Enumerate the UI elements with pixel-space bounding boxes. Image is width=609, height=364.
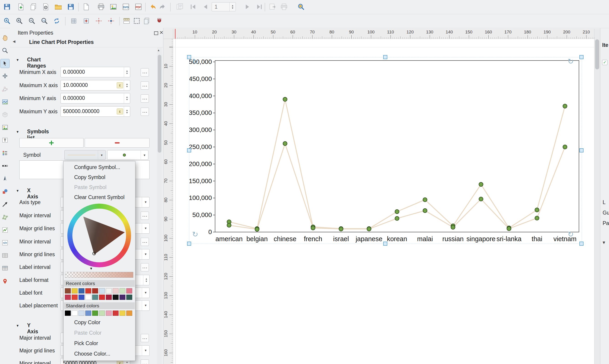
minimum-y-axis-spin-buttons[interactable]: ▴▾	[124, 93, 130, 103]
add-marker-tool[interactable]	[1, 277, 9, 286]
recent-color-swatch-7[interactable]	[106, 295, 112, 300]
add-picture-tool[interactable]	[1, 123, 9, 132]
standard-color-swatch-10[interactable]	[126, 311, 132, 316]
configure-symbol-menu-item[interactable]: Configure Symbol...	[64, 162, 135, 172]
pan-layout-tool[interactable]	[1, 33, 9, 42]
standard-color-swatch-1[interactable]	[65, 311, 71, 316]
standard-color-swatch-4[interactable]	[85, 311, 91, 316]
scroll-up-icon[interactable]: ▴	[158, 48, 159, 52]
symbol-marker-combo[interactable]: ▾	[107, 150, 148, 160]
label-format-spin-buttons[interactable]: ▴▾	[143, 275, 149, 285]
copy-symbol-menu-item[interactable]: Copy Symbol	[64, 172, 135, 182]
show-guides-button[interactable]	[94, 16, 104, 26]
save-project-button[interactable]	[2, 2, 12, 12]
maximum-x-axis-spin-buttons[interactable]: ▴▾	[124, 80, 130, 90]
add-label-tool[interactable]: T	[1, 136, 9, 144]
symbol-line-combo[interactable]: ▾	[64, 150, 106, 160]
standard-color-swatch-7[interactable]	[106, 311, 112, 316]
add-north-arrow-tool[interactable]	[1, 174, 9, 183]
select-move-item-tool[interactable]	[1, 59, 9, 68]
show-grid-button[interactable]	[69, 16, 79, 26]
duplicate-layout-button[interactable]	[28, 2, 39, 12]
minimum-x-axis-data-defined-button[interactable]: …	[141, 68, 149, 77]
back-icon[interactable]: ◀	[13, 39, 15, 43]
print-layout-button[interactable]	[96, 2, 106, 12]
recent-color-swatch-4[interactable]	[85, 288, 91, 293]
recent-color-swatch-5[interactable]	[92, 295, 98, 300]
recent-color-swatch-10[interactable]	[126, 295, 132, 300]
undo-button[interactable]	[148, 2, 158, 12]
standard-color-swatch-5[interactable]	[92, 311, 98, 316]
zoom-tool[interactable]	[1, 46, 9, 55]
recent-color-swatch-6[interactable]	[99, 295, 105, 300]
chart-layout-item[interactable]: 050,000100,000150,000200,000250,000300,0…	[189, 57, 582, 244]
maximum-x-axis-data-defined-button[interactable]: …	[141, 81, 149, 90]
standard-color-swatch-6[interactable]	[99, 311, 105, 316]
refresh-view-button[interactable]	[52, 16, 62, 26]
alpha-slider[interactable]	[65, 272, 133, 278]
layout-manager-button[interactable]	[41, 2, 51, 12]
canvas-vertical-scrollbar[interactable]	[594, 29, 600, 364]
minimum-x-axis-spin-buttons[interactable]: ▴▾	[124, 67, 130, 77]
layout-canvas[interactable]: 050,000100,000150,000200,000250,000300,0…	[173, 39, 594, 364]
minor-interval-data-defined-button[interactable]: …	[141, 359, 149, 364]
export-as-svg-button[interactable]: SVG	[121, 2, 131, 12]
page-setup-button[interactable]	[81, 2, 91, 12]
panel-scrollbar-thumb[interactable]	[158, 55, 161, 153]
maximum-y-axis-spin-buttons[interactable]: ▴▾	[124, 106, 130, 117]
selection-handle-top-right[interactable]	[579, 55, 583, 59]
choose-color-menu-item[interactable]: Choose Color...	[64, 349, 135, 359]
clear-current-symbol-menu-item[interactable]: Clear Current Symbol	[64, 192, 135, 202]
show-bounding-boxes-button[interactable]	[132, 16, 142, 26]
copy-color-menu-item[interactable]: Copy Color	[64, 317, 135, 327]
recent-color-swatch-7[interactable]	[106, 288, 112, 293]
standard-color-swatch-9[interactable]	[119, 311, 125, 316]
selection-handle-middle-right[interactable]	[579, 148, 583, 152]
maximum-y-axis-field[interactable]: 500000.000000ε▴▾	[61, 106, 130, 117]
add-node-item-tool[interactable]	[1, 213, 9, 221]
maximum-x-axis-field[interactable]: 10.000000ε▴▾	[61, 80, 130, 91]
selection-handle-top-center[interactable]	[383, 55, 387, 59]
snap-to-grid-button[interactable]	[81, 16, 91, 26]
minimum-y-axis-field[interactable]: 0.000000▴▾	[61, 93, 130, 104]
selection-handle-middle-left[interactable]	[187, 148, 191, 152]
selection-handle-top-left[interactable]	[187, 55, 191, 59]
float-panel-button[interactable]	[154, 31, 159, 36]
add-symbol-button[interactable]	[19, 138, 83, 148]
snap-to-guides-button[interactable]	[106, 16, 116, 26]
recent-color-swatch-1[interactable]	[65, 295, 71, 300]
major-interval-data-defined-button[interactable]: …	[141, 212, 149, 220]
minimum-y-axis-data-defined-button[interactable]: …	[141, 94, 149, 103]
open-layout-button[interactable]	[53, 2, 63, 12]
export-as-image-button[interactable]	[108, 2, 118, 12]
recent-color-swatch-10[interactable]	[126, 288, 132, 293]
selection-handle-bottom-center[interactable]	[383, 242, 387, 246]
label-interval-data-defined-button[interactable]: …	[141, 263, 149, 272]
save-layout-button[interactable]	[66, 2, 76, 12]
snap-to-items-button[interactable]	[154, 16, 164, 26]
minor-interval-data-defined-button[interactable]: …	[141, 238, 149, 246]
color-wheel[interactable]	[67, 204, 131, 267]
zoom-full-button[interactable]	[2, 16, 12, 26]
atlas-page-spinbox[interactable]: 1 ▴▾	[212, 2, 236, 11]
redo-button[interactable]	[157, 2, 167, 12]
recent-color-swatch-2[interactable]	[72, 295, 78, 300]
recent-color-swatch-9[interactable]	[119, 288, 125, 293]
recent-color-swatch-8[interactable]	[113, 288, 119, 293]
add-scalebar-tool[interactable]	[1, 162, 9, 170]
selection-handle-bottom-left[interactable]	[187, 242, 191, 246]
preview-atlas-button[interactable]	[296, 2, 306, 12]
recent-color-swatch-8[interactable]	[113, 295, 119, 300]
new-layout-button[interactable]	[16, 2, 26, 12]
item-visibility-checkbox[interactable]: ✓	[602, 60, 608, 65]
zoom-actual-size-button[interactable]: 1:1	[39, 16, 49, 26]
shade-selector[interactable]	[93, 252, 96, 255]
recent-color-swatch-5[interactable]	[92, 288, 98, 293]
standard-color-swatch-2[interactable]	[72, 311, 78, 316]
close-panel-button[interactable]: ×	[159, 29, 163, 36]
major-interval-data-defined-button[interactable]: …	[141, 334, 149, 342]
minimum-x-axis-field[interactable]: 0.000000▴▾	[61, 67, 130, 77]
zoom-out-button[interactable]	[27, 16, 37, 26]
zoom-in-button[interactable]	[14, 16, 24, 26]
recent-color-swatch-2[interactable]	[72, 288, 78, 293]
